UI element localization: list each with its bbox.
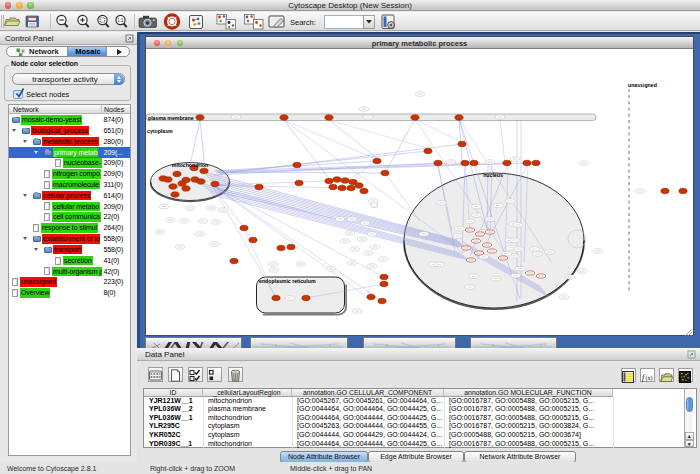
svg-text:nucleus: nucleus (483, 172, 503, 178)
svg-text:cytoplasm: cytoplasm (147, 128, 173, 134)
svg-text:unassigned: unassigned (628, 82, 657, 88)
svg-text:(x): (x) (646, 375, 653, 382)
svg-text:plasma membrane: plasma membrane (148, 115, 194, 121)
svg-text:mitochondrion: mitochondrion (172, 162, 208, 168)
svg-text:1:1: 1:1 (117, 18, 124, 23)
svg-text:endoplasmic reticulum: endoplasmic reticulum (259, 278, 316, 284)
svg-text:Search:: Search: (290, 18, 316, 27)
